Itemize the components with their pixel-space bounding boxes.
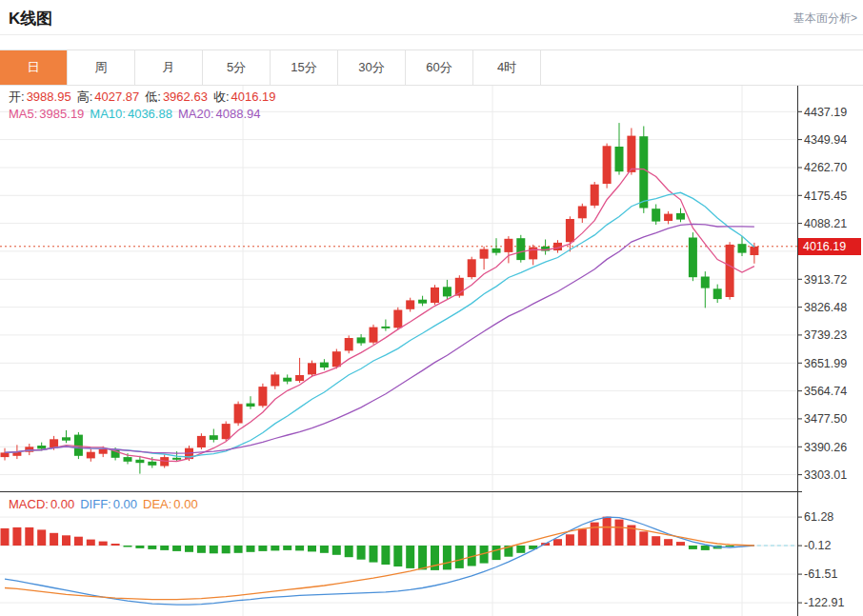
candle-body <box>172 458 181 460</box>
candle-body <box>124 457 132 462</box>
candle-body <box>689 238 697 278</box>
macd-bar <box>111 544 120 546</box>
legend-value: 4027.87 <box>94 89 139 104</box>
macd-bar <box>210 546 218 553</box>
candle-body <box>381 327 390 328</box>
macd-bar <box>172 546 181 551</box>
y-axis-tick-label: 3913.72 <box>804 273 847 287</box>
candle-body <box>271 374 279 386</box>
macd-bar <box>370 546 378 563</box>
candle-body <box>135 460 144 463</box>
candle-body <box>738 244 747 252</box>
macd-bar <box>37 529 46 546</box>
macd-bar <box>345 546 353 557</box>
legend-label: MA5: <box>9 107 37 121</box>
candle-body <box>504 239 512 252</box>
candle-body <box>578 207 587 219</box>
macd-bar <box>320 546 329 553</box>
candle-body <box>87 452 95 459</box>
candle-body <box>627 136 635 172</box>
macd-bar <box>553 539 562 546</box>
y-axis-tick-label: -0.12 <box>804 539 832 552</box>
legend-label: 开: <box>9 89 25 104</box>
candle-body <box>258 387 267 406</box>
macd-bar <box>271 546 279 550</box>
legend-label: 收: <box>213 89 230 104</box>
candle-body <box>370 328 378 343</box>
macd-bar <box>701 546 710 550</box>
candle-body <box>591 185 599 206</box>
candle-body <box>516 238 525 260</box>
current-price-badge: 4016.19 <box>798 238 861 255</box>
candle-body <box>99 449 108 454</box>
candle-body <box>615 147 624 171</box>
y-axis-tick-label: 4088.21 <box>804 217 847 230</box>
macd-bar <box>603 517 612 546</box>
y-axis-tick-label: 4437.19 <box>804 106 847 119</box>
ma5-line <box>5 169 754 461</box>
candle-body <box>197 436 206 447</box>
candle-body <box>62 437 70 440</box>
macd-bar <box>676 542 685 546</box>
y-axis-ticks: 4437.194349.944262.704175.454088.214000.… <box>797 106 847 610</box>
macd-bar <box>25 527 33 546</box>
macd-bar <box>234 546 243 553</box>
macd-bar <box>406 546 414 568</box>
y-axis-tick-label: 3826.48 <box>804 301 847 314</box>
candle-body <box>726 245 734 297</box>
y-axis-tick-label: 61.28 <box>804 510 833 524</box>
candle-body <box>701 277 710 288</box>
macd-bar <box>492 546 501 560</box>
legend-label: 高: <box>77 89 93 104</box>
candle-body <box>664 214 672 221</box>
legend-value: 3988.95 <box>27 89 71 104</box>
candle-body <box>468 259 476 277</box>
macd-bar <box>357 546 366 560</box>
candle-body <box>247 404 255 407</box>
macd-bar <box>418 546 427 569</box>
macd-bar <box>99 542 108 546</box>
y-axis-tick-label: 3303.01 <box>804 468 847 482</box>
ma-legend: MA5:3985.19MA10:4036.88MA20:4088.94 <box>9 107 267 121</box>
ohlc-legend: 开:3988.95高:4027.87低:3962.63收:4016.19 <box>9 89 282 106</box>
macd-bar <box>578 528 587 546</box>
macd-bar <box>12 527 21 546</box>
legend-label: DEA: <box>143 497 171 511</box>
macd-bar <box>258 546 267 551</box>
macd-bar <box>247 546 255 552</box>
macd-bar <box>148 546 156 549</box>
macd-bar <box>332 546 341 555</box>
y-axis-tick-label: 3477.50 <box>804 412 847 426</box>
macd-bar <box>639 531 648 546</box>
macd-bar <box>62 535 70 546</box>
macd-bar <box>516 546 525 553</box>
y-axis-tick-label: 4349.94 <box>804 133 847 147</box>
macd-bar <box>185 546 193 552</box>
ma10-line <box>5 192 754 457</box>
legend-value: 4036.88 <box>128 107 172 121</box>
legend-label: MA10: <box>90 107 126 121</box>
macd-bar <box>381 546 390 565</box>
candle-body <box>210 435 218 440</box>
macd-bar <box>689 546 697 549</box>
candle-body <box>308 363 316 374</box>
candle-body <box>234 404 243 423</box>
legend-label: DIFF: <box>80 497 111 511</box>
candle-body <box>295 375 304 381</box>
y-axis-tick-label: 3651.99 <box>804 357 847 370</box>
macd-bar <box>124 546 132 547</box>
macd-bar <box>652 536 660 546</box>
legend-label: 低: <box>145 89 161 104</box>
candle-body <box>603 146 612 184</box>
y-axis-tick-label: 4262.70 <box>804 161 847 174</box>
kline-app: K线图 基本面分析> 日周月5分15分30分60分4时 4437.194349.… <box>0 0 863 616</box>
macd-bar <box>160 546 169 550</box>
candle-body <box>345 338 353 350</box>
candle-body <box>320 363 329 368</box>
macd-bar <box>222 546 231 553</box>
macd-bar <box>615 520 624 546</box>
y-axis-tick-label: -61.51 <box>804 567 837 581</box>
candle-body <box>713 288 722 299</box>
candlestick-series <box>1 123 759 474</box>
y-axis-tick-label: 3564.74 <box>804 385 847 398</box>
